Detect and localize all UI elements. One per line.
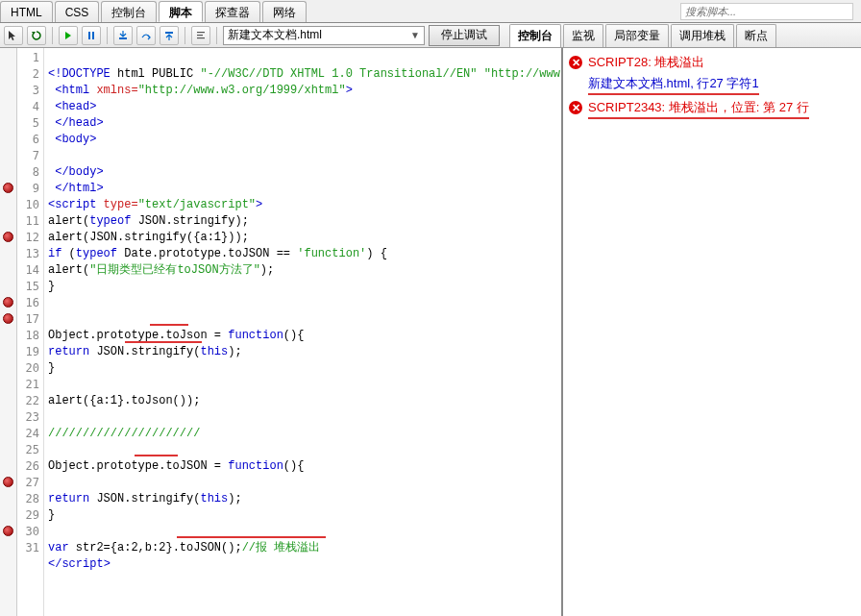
line-number: 16 — [17, 295, 39, 311]
line-number: 17 — [17, 311, 39, 328]
line-number: 14 — [17, 262, 39, 279]
file-select[interactable]: 新建文本文档.html ▼ — [223, 26, 425, 45]
svg-rect-3 — [165, 32, 173, 34]
refresh-icon[interactable] — [27, 26, 46, 45]
annotation-underline — [135, 455, 178, 456]
svg-rect-4 — [197, 32, 205, 33]
error-source-link[interactable]: 新建文本文档.html, 行27 字符1 — [588, 75, 855, 95]
right-tab-bar: 控制台 监视 局部变量 调用堆栈 断点 — [509, 24, 778, 47]
line-number: 2 — [17, 66, 39, 83]
tab-script[interactable]: 脚本 — [159, 1, 203, 22]
file-name: 新建文本文档.html — [228, 27, 322, 43]
pointer-icon[interactable] — [4, 26, 23, 45]
error-entry: ✕ SCRIPT28: 堆栈溢出 — [569, 54, 855, 71]
line-number: 25 — [17, 442, 39, 458]
line-number: 13 — [17, 246, 39, 262]
line-number: 7 — [17, 148, 39, 164]
line-number: 29 — [17, 507, 39, 524]
annotation-underline — [150, 324, 188, 326]
main-area: 1234567891011121314151617181920212223242… — [0, 48, 861, 616]
line-number: 10 — [17, 197, 39, 213]
line-number: 15 — [17, 279, 39, 295]
breakpoint-marker[interactable] — [3, 183, 13, 193]
line-number: 12 — [17, 230, 39, 246]
breakpoint-gutter[interactable] — [0, 48, 17, 616]
line-number: 3 — [17, 83, 39, 99]
line-number: 22 — [17, 393, 39, 409]
error-text: SCRIPT28: 堆栈溢出 — [588, 54, 704, 71]
stop-debug-button[interactable]: 停止调试 — [429, 25, 500, 46]
svg-rect-2 — [119, 37, 127, 39]
chevron-down-icon: ▼ — [410, 30, 420, 40]
svg-rect-6 — [197, 37, 205, 38]
line-number: 24 — [17, 426, 39, 442]
line-number: 27 — [17, 475, 39, 491]
tab-html[interactable]: HTML — [0, 1, 53, 22]
svg-rect-1 — [92, 32, 94, 39]
tab-right-console[interactable]: 控制台 — [509, 24, 561, 47]
line-number-gutter: 1234567891011121314151617181920212223242… — [17, 48, 44, 616]
line-number: 6 — [17, 132, 39, 148]
tab-right-locals[interactable]: 局部变量 — [605, 24, 669, 47]
tab-right-callstack[interactable]: 调用堆栈 — [671, 24, 734, 47]
line-number: 20 — [17, 360, 39, 377]
debug-toolbar: 新建文本文档.html ▼ 停止调试 控制台 监视 局部变量 调用堆栈 断点 — [0, 23, 861, 48]
breakpoint-marker[interactable] — [3, 477, 13, 487]
step-out-icon[interactable] — [160, 26, 179, 45]
tab-css[interactable]: CSS — [55, 1, 100, 22]
tab-inspector[interactable]: 探查器 — [205, 1, 260, 22]
line-number: 8 — [17, 164, 39, 181]
top-tab-bar: HTML CSS 控制台 脚本 探查器 网络 — [0, 0, 861, 23]
line-number: 5 — [17, 115, 39, 132]
line-number: 23 — [17, 409, 39, 426]
svg-rect-5 — [197, 35, 203, 36]
play-icon[interactable] — [59, 26, 78, 45]
line-number: 21 — [17, 377, 39, 393]
pause-icon[interactable] — [82, 26, 101, 45]
tab-console[interactable]: 控制台 — [101, 1, 157, 22]
line-number: 26 — [17, 458, 39, 475]
line-number: 28 — [17, 491, 39, 507]
code-editor[interactable]: <!DOCTYPE html PUBLIC "-//W3C//DTD XHTML… — [44, 48, 561, 616]
breakpoint-marker[interactable] — [3, 526, 13, 536]
tab-network[interactable]: 网络 — [262, 1, 307, 22]
format-icon[interactable] — [191, 26, 210, 45]
line-number: 30 — [17, 524, 39, 540]
line-number: 31 — [17, 540, 39, 556]
tab-right-watch[interactable]: 监视 — [563, 24, 603, 47]
step-over-icon[interactable] — [136, 26, 156, 45]
breakpoint-marker[interactable] — [3, 313, 13, 324]
line-number: 18 — [17, 328, 39, 344]
step-into-icon[interactable] — [113, 26, 133, 45]
breakpoint-marker[interactable] — [3, 232, 13, 242]
tab-right-breakpoints[interactable]: 断点 — [736, 24, 776, 47]
line-number: 1 — [17, 50, 39, 66]
error-text: SCRIPT2343: 堆栈溢出，位置: 第 27 行 — [588, 99, 809, 119]
error-icon: ✕ — [569, 101, 582, 114]
line-number: 9 — [17, 181, 39, 197]
script-search — [680, 3, 853, 22]
line-number: 11 — [17, 213, 39, 230]
line-number: 4 — [17, 99, 39, 115]
error-icon: ✕ — [569, 56, 582, 69]
search-input[interactable] — [680, 3, 853, 20]
console-panel: ✕ SCRIPT28: 堆栈溢出 新建文本文档.html, 行27 字符1 ✕ … — [561, 48, 861, 616]
annotation-underline — [125, 341, 202, 343]
breakpoint-marker[interactable] — [3, 297, 13, 308]
line-number: 19 — [17, 344, 39, 360]
svg-rect-0 — [88, 32, 90, 39]
annotation-underline — [177, 536, 326, 538]
error-entry: ✕ SCRIPT2343: 堆栈溢出，位置: 第 27 行 — [569, 99, 855, 119]
